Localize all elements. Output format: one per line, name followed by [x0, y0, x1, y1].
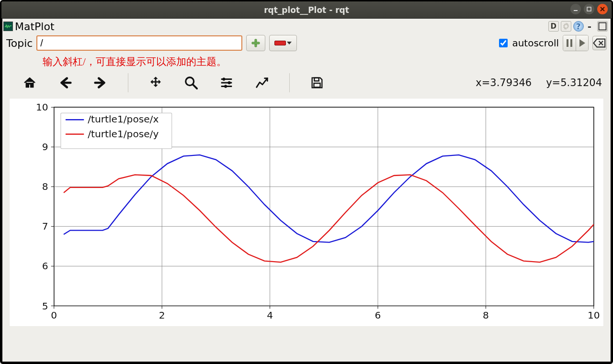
- plugin-header: MatPlot D ? -: [2, 19, 611, 34]
- window-title: rqt_plot__Plot - rqt: [264, 5, 349, 15]
- svg-text:4: 4: [267, 309, 273, 321]
- close-window-button[interactable]: [597, 4, 608, 14]
- dropdown-icon: [287, 42, 292, 44]
- save-icon: [310, 76, 324, 90]
- settings-button[interactable]: [561, 21, 571, 32]
- svg-text:0: 0: [51, 309, 57, 321]
- cursor-x-readout: x=3.79346: [476, 77, 532, 88]
- svg-point-14: [228, 81, 231, 84]
- minimize-window-button[interactable]: [570, 4, 581, 14]
- svg-text:9: 9: [42, 141, 48, 153]
- chart-line-icon: [255, 76, 269, 90]
- clear-icon: [593, 36, 606, 50]
- sliders-icon: [219, 76, 234, 90]
- toolbar-separator: [289, 73, 290, 92]
- svg-rect-6: [252, 42, 260, 44]
- maximize-window-button[interactable]: [584, 4, 594, 14]
- svg-text:10: 10: [36, 101, 48, 113]
- svg-text:5: 5: [42, 300, 48, 312]
- svg-rect-1: [587, 7, 591, 11]
- gear-icon: [561, 22, 571, 31]
- svg-text:/turtle1/pose/x: /turtle1/pose/x: [88, 113, 159, 125]
- remove-topic-button[interactable]: [269, 35, 297, 51]
- svg-text:7: 7: [42, 221, 48, 232]
- svg-text:2: 2: [159, 309, 165, 321]
- svg-text:8: 8: [42, 181, 48, 192]
- arrow-left-icon: [58, 76, 72, 90]
- undock-icon: [598, 22, 607, 31]
- forward-button[interactable]: [92, 75, 109, 91]
- matplot-icon: [3, 22, 13, 31]
- pause-button[interactable]: [563, 35, 576, 51]
- home-button[interactable]: [22, 75, 38, 91]
- svg-rect-17: [314, 78, 318, 81]
- undock-button[interactable]: [597, 21, 608, 32]
- dock-button[interactable]: D: [548, 21, 559, 32]
- svg-point-12: [223, 78, 226, 81]
- topic-input[interactable]: [36, 35, 242, 51]
- window-titlebar: rqt_plot__Plot - rqt: [1, 1, 612, 19]
- move-icon: [148, 76, 163, 90]
- pan-button[interactable]: [148, 75, 164, 91]
- minus-icon: [274, 41, 286, 45]
- svg-text:8: 8: [483, 309, 489, 321]
- header-separator: -: [588, 21, 591, 32]
- svg-text:/turtle1/pose/y: /turtle1/pose/y: [88, 128, 159, 140]
- zoom-icon: [184, 76, 198, 90]
- toolbar-separator: [128, 73, 128, 92]
- svg-point-16: [224, 85, 227, 88]
- configure-subplots-button[interactable]: [218, 75, 235, 91]
- autoscroll-toggle[interactable]: autoscroll: [497, 37, 559, 49]
- application-window: rqt_plot__Plot - rqt MatPlot D ?: [0, 0, 613, 364]
- hint-annotation: 输入斜杠/，可直接显示可以添加的主题。: [2, 52, 611, 71]
- resume-button[interactable]: [576, 35, 588, 51]
- plot-panel[interactable]: 02468105678910/turtle1/pose/x/turtle1/po…: [9, 98, 604, 327]
- plus-icon: [251, 38, 261, 48]
- clear-button[interactable]: [592, 36, 607, 50]
- home-icon: [23, 76, 37, 90]
- matplotlib-toolbar: x=3.79346 y=5.31204: [2, 71, 611, 94]
- zoom-button[interactable]: [183, 75, 199, 91]
- autoscroll-label: autoscroll: [512, 37, 559, 49]
- autoscroll-checkbox[interactable]: [499, 39, 508, 47]
- svg-text:10: 10: [588, 309, 600, 321]
- svg-rect-4: [599, 23, 606, 30]
- plugin-title: MatPlot: [15, 21, 55, 33]
- pause-resume-group: [563, 35, 589, 51]
- svg-text:6: 6: [375, 309, 381, 321]
- svg-line-10: [193, 85, 197, 88]
- back-button[interactable]: [57, 75, 73, 91]
- client-area: MatPlot D ? - Topic: [1, 19, 612, 363]
- svg-text:6: 6: [42, 260, 48, 272]
- help-button[interactable]: ?: [573, 21, 584, 32]
- add-topic-button[interactable]: [246, 35, 265, 51]
- plot-svg: 02468105678910/turtle1/pose/x/turtle1/po…: [10, 99, 603, 329]
- edit-axes-button[interactable]: [254, 75, 270, 91]
- topic-label: Topic: [6, 37, 33, 49]
- topic-toolbar: Topic autoscroll: [2, 34, 611, 52]
- save-figure-button[interactable]: [309, 75, 325, 91]
- cursor-y-readout: y=5.31204: [546, 77, 602, 88]
- svg-rect-18: [314, 83, 320, 87]
- arrow-right-icon: [93, 76, 108, 90]
